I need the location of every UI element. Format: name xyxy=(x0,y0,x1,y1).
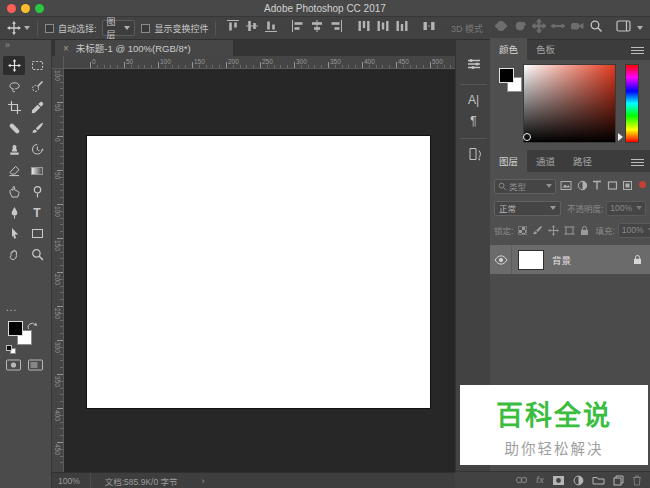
lock-pixels-icon[interactable] xyxy=(532,225,543,236)
layer-filter-dropdown[interactable]: 类型 xyxy=(494,179,556,194)
document-page[interactable] xyxy=(87,136,430,408)
default-colors-icon[interactable] xyxy=(6,345,17,355)
align-right-edges-icon[interactable] xyxy=(329,19,343,37)
layer-row-background[interactable]: 背景 xyxy=(490,245,650,274)
lock-all-icon[interactable] xyxy=(580,225,589,236)
zoom-tool[interactable] xyxy=(26,245,48,264)
eraser-tool[interactable] xyxy=(3,161,25,180)
color-foreground-swatch[interactable] xyxy=(499,68,514,83)
screen-mode-icon[interactable] xyxy=(27,358,44,376)
align-vertical-centers-icon[interactable] xyxy=(245,19,259,37)
crop-tool[interactable] xyxy=(3,98,25,117)
saturation-brightness-field[interactable] xyxy=(523,64,616,143)
workspace-switcher-icon[interactable] xyxy=(616,19,632,37)
panel-menu-icon[interactable] xyxy=(631,157,644,168)
edit-toolbar-ellipsis[interactable]: ... xyxy=(6,302,17,313)
paragraph-panel-icon[interactable]: ¶ xyxy=(456,114,491,128)
distribute-spacing-icon[interactable] xyxy=(422,19,436,37)
lock-label: 锁定: xyxy=(494,224,513,236)
tab-swatches[interactable]: 色板 xyxy=(527,38,564,60)
layers-panel-tabs: 图层 通道 路径 xyxy=(490,152,650,172)
hand-tool[interactable] xyxy=(3,245,25,264)
color-picker-marker[interactable] xyxy=(523,133,531,141)
align-bottom-edges-icon[interactable] xyxy=(264,19,278,37)
type-tool[interactable]: T xyxy=(26,203,48,222)
filter-smart-objects-icon[interactable] xyxy=(622,177,633,195)
new-adjustment-layer-icon[interactable] xyxy=(573,475,584,486)
pen-tool[interactable] xyxy=(3,203,25,222)
move-tool[interactable] xyxy=(3,56,25,75)
layer-thumbnail[interactable] xyxy=(518,250,544,270)
move-tool-icon[interactable] xyxy=(7,21,21,35)
filter-type-layers-icon[interactable] xyxy=(592,177,602,195)
hue-slider[interactable] xyxy=(625,64,639,143)
distribute-vertical-centers-icon[interactable] xyxy=(376,19,390,37)
document-tab[interactable]: × 未标题-1 @ 100%(RGB/8*) xyxy=(55,40,233,56)
link-layers-icon[interactable] xyxy=(515,476,528,484)
zoom-level-field[interactable]: 100% xyxy=(52,473,91,488)
adjustments-panel-icon[interactable] xyxy=(456,56,491,76)
align-horizontal-centers-icon[interactable] xyxy=(310,19,324,37)
brush-tool[interactable] xyxy=(26,119,48,138)
history-brush-tool[interactable] xyxy=(26,140,48,159)
tab-color[interactable]: 颜色 xyxy=(490,38,527,60)
filter-toggle-icon[interactable] xyxy=(639,181,646,188)
chevron-down-icon[interactable] xyxy=(637,26,643,30)
auto-select-dropdown[interactable]: 图层 xyxy=(102,20,136,36)
spot-healing-brush-tool[interactable] xyxy=(3,119,25,138)
foreground-color-swatch[interactable] xyxy=(8,321,23,336)
fill-dropdown[interactable]: 100% xyxy=(618,223,650,238)
clone-stamp-tool[interactable] xyxy=(3,140,25,159)
collapse-tools-icon[interactable]: » xyxy=(5,40,11,50)
tab-channels[interactable]: 通道 xyxy=(527,150,564,172)
lock-artboard-icon[interactable] xyxy=(564,225,575,236)
layer-name: 背景 xyxy=(552,253,571,267)
gradient-tool[interactable] xyxy=(26,161,48,180)
filter-shape-layers-icon[interactable] xyxy=(607,177,618,195)
show-transform-checkbox[interactable] xyxy=(141,24,150,33)
search-icon[interactable] xyxy=(589,19,603,37)
close-tab-icon[interactable]: × xyxy=(63,43,69,54)
new-group-icon[interactable] xyxy=(592,475,605,485)
filter-pixel-layers-icon[interactable] xyxy=(560,177,572,195)
rectangle-tool[interactable] xyxy=(26,224,48,243)
tab-layers[interactable]: 图层 xyxy=(490,150,527,172)
auto-select-checkbox[interactable] xyxy=(45,24,54,33)
path-selection-tool[interactable] xyxy=(3,224,25,243)
ruler-tick-label: 450 xyxy=(398,58,409,65)
quick-mask-icon[interactable] xyxy=(5,358,22,376)
opacity-dropdown[interactable]: 100% xyxy=(606,201,646,216)
tool-preset-chevron-icon[interactable] xyxy=(24,26,30,30)
blend-mode-dropdown[interactable]: 正常 xyxy=(494,201,561,216)
lasso-tool[interactable] xyxy=(3,77,25,96)
new-layer-icon[interactable] xyxy=(613,475,624,486)
status-bar: 100% 文档:585.9K/0 字节 › xyxy=(52,472,455,488)
eyedropper-tool[interactable] xyxy=(26,98,48,117)
align-top-edges-icon[interactable] xyxy=(226,19,240,37)
quick-selection-tool[interactable] xyxy=(26,77,48,96)
tab-paths[interactable]: 路径 xyxy=(564,150,601,172)
top-ruler[interactable]: 050100150200250300350400450500 xyxy=(64,56,455,69)
separator xyxy=(460,138,487,139)
layer-visibility-toggle[interactable] xyxy=(490,245,512,274)
status-chevron-icon[interactable]: › xyxy=(202,476,205,486)
left-ruler[interactable]: 10050050100150200250300350400450 xyxy=(52,69,64,472)
distribute-bottom-icon[interactable] xyxy=(395,19,409,37)
hue-slider-arrow-icon[interactable] xyxy=(618,133,623,141)
dodge-tool[interactable] xyxy=(26,182,48,201)
lock-position-icon[interactable] xyxy=(548,225,559,236)
panel-menu-icon[interactable] xyxy=(631,45,644,56)
align-left-edges-icon[interactable] xyxy=(291,19,305,37)
rectangular-marquee-tool[interactable] xyxy=(26,56,48,75)
add-layer-mask-icon[interactable] xyxy=(552,475,565,486)
character-panel-icon[interactable]: A| xyxy=(456,93,491,107)
layer-filter-row: 类型 xyxy=(490,176,650,196)
canvas-pasteboard[interactable] xyxy=(64,69,455,472)
delete-layer-icon[interactable] xyxy=(632,475,642,486)
filter-adjustment-layers-icon[interactable] xyxy=(577,177,588,195)
layer-styles-icon[interactable]: fx xyxy=(536,475,544,485)
history-panel-icon[interactable] xyxy=(456,146,491,166)
lock-transparency-icon[interactable] xyxy=(518,226,527,235)
distribute-top-icon[interactable] xyxy=(357,19,371,37)
smudge-tool[interactable] xyxy=(3,182,25,201)
